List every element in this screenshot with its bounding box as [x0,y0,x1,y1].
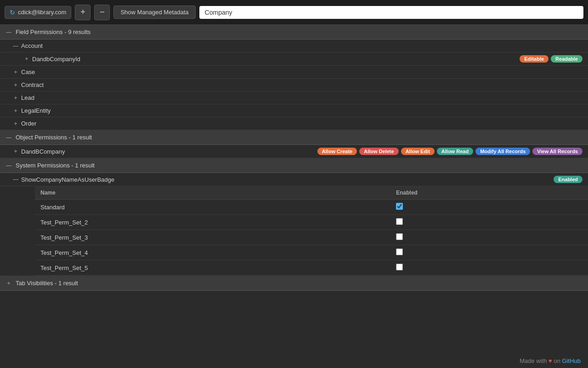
tree-icon-contract: + [13,82,18,88]
perm-row-name: Test_Perm_Set_3 [35,230,390,245]
object-permissions-title: Object Permissions - 1 result [16,134,92,141]
field-permissions-toggle: — [6,29,12,35]
perm-row-name: Standard [35,200,390,215]
tree-label-lead: Lead [21,94,582,101]
table-row: Test_Perm_Set_2 [35,215,588,230]
table-row: Standard [35,200,588,215]
perm-checkbox[interactable] [396,218,403,225]
tree-item-show-company-name[interactable]: — ShowCompanyNameAsUserBadge Enabled [0,173,588,186]
badge-editable: Editable [520,55,548,63]
heart-icon: ♥ [548,357,552,364]
perm-checkbox[interactable] [396,203,403,210]
tree-item-lead[interactable]: + Lead [0,92,588,104]
col-header-enabled: Enabled [390,186,588,200]
table-row: Test_Perm_Set_3 [35,230,588,245]
tree-icon-dandb: + [24,56,29,62]
table-row: Test_Perm_Set_4 [35,245,588,260]
perm-table-container: Name Enabled StandardTest_Perm_Set_2Test… [0,186,588,276]
perm-checkbox[interactable] [396,248,403,255]
perm-row-enabled [390,200,588,215]
badge-allow-edit: Allow Edit [401,148,435,155]
main-content: — Field Permissions - 9 results — Accoun… [0,25,588,368]
tree-icon-account: — [13,43,18,49]
badge-enabled: Enabled [554,176,582,183]
system-permissions-header[interactable]: — System Permissions - 1 result [0,158,588,173]
tree-item-legal-entity[interactable]: + LegalEntity [0,104,588,117]
tree-label-case: Case [21,69,582,75]
footer: Made with ♥ on GitHub [512,354,588,368]
field-permissions-header[interactable]: — Field Permissions - 9 results [0,25,588,40]
tree-icon-dandb-company: + [13,148,18,155]
badge-view-all-records: View All Records [532,148,582,155]
perm-checkbox[interactable] [396,264,403,270]
perm-row-name: Test_Perm_Set_2 [35,215,390,230]
perm-table: Name Enabled StandardTest_Perm_Set_2Test… [35,186,588,276]
tree-label-legal-entity: LegalEntity [21,107,582,114]
tree-item-case[interactable]: + Case [0,66,588,79]
tree-label-dandb-company: DandBCompany [21,148,315,155]
refresh-icon: ↻ [10,9,15,16]
system-permissions-toggle: — [6,162,12,169]
field-permissions-title: Field Permissions - 9 results [16,29,90,35]
badge-modify-all-records: Modify All Records [475,148,530,155]
perm-row-name: Test_Perm_Set_5 [35,260,390,276]
tab-visibilities-toggle: + [6,280,12,287]
object-permissions-toggle: — [6,134,12,141]
perm-checkbox[interactable] [396,233,403,240]
badge-allow-read: Allow Read [437,148,473,155]
on-text: on [554,357,562,364]
topbar: ↻ cdick@library.com + − Show Managed Met… [0,0,588,25]
tab-visibilities-header[interactable]: + Tab Visibilities - 1 result [0,276,588,291]
tree-label-show-company-name: ShowCompanyNameAsUserBadge [21,176,551,183]
tree-label-account: Account [21,42,582,49]
dandb-badges: Editable Readable [520,55,582,63]
tree-label-contract: Contract [21,81,582,88]
made-with-text: Made with [520,357,548,364]
badge-readable: Readable [551,55,582,63]
tree-label-dandb: DandbCompanyId [32,56,517,63]
perm-row-enabled [390,230,588,245]
perm-row-enabled [390,245,588,260]
tree-label-order: Order [21,120,582,127]
tree-item-dandb-company[interactable]: + DandBCompany Allow Create Allow Delete… [0,145,588,158]
badge-allow-create: Allow Create [317,148,357,155]
tree-icon-order: + [13,121,18,127]
tree-item-order[interactable]: + Order [0,117,588,130]
github-link[interactable]: GitHub [562,357,581,364]
tree-icon-lead: + [13,95,18,101]
object-permissions-header[interactable]: — Object Permissions - 1 result [0,130,588,145]
tree-item-dandb-company-id[interactable]: + DandbCompanyId Editable Readable [0,52,588,66]
add-button[interactable]: + [75,5,90,20]
tree-icon-legal-entity: + [13,108,18,114]
show-managed-metadata-button[interactable]: Show Managed Metadata [113,6,195,19]
perm-row-name: Test_Perm_Set_4 [35,245,390,260]
tab-visibilities-title: Tab Visibilities - 1 result [16,280,78,287]
user-label: cdick@library.com [18,9,66,16]
user-button[interactable]: ↻ cdick@library.com [5,6,71,19]
tree-icon-case: + [13,69,18,75]
tree-item-contract[interactable]: + Contract [0,79,588,92]
col-header-name: Name [35,186,390,200]
minus-button[interactable]: − [94,5,110,20]
tree-icon-show-company-name: — [13,176,18,183]
perm-row-enabled [390,215,588,230]
search-input[interactable] [199,6,583,19]
perm-row-enabled [390,260,588,276]
table-row: Test_Perm_Set_5 [35,260,588,276]
badge-allow-delete: Allow Delete [359,148,398,155]
dandb-company-badges: Allow Create Allow Delete Allow Edit All… [317,148,582,155]
tree-item-account[interactable]: — Account [0,40,588,52]
system-permissions-title: System Permissions - 1 result [16,162,95,169]
show-company-name-badges: Enabled [554,176,582,183]
